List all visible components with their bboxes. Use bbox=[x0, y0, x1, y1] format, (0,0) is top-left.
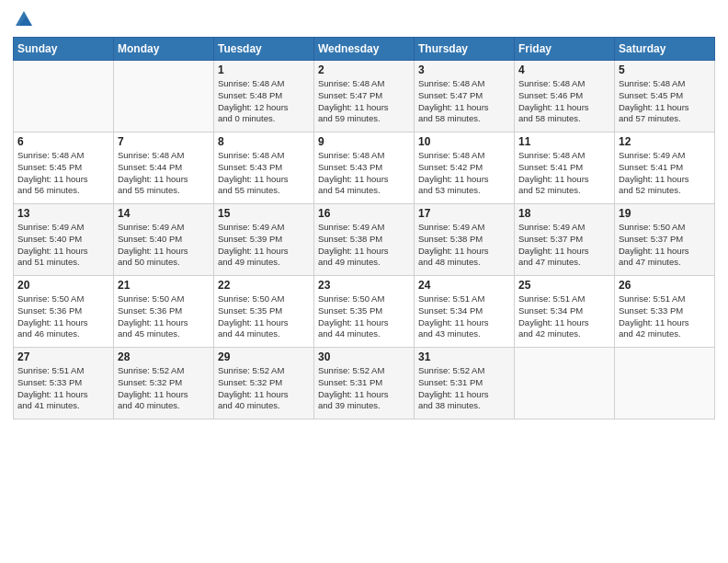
week-row-4: 20Sunrise: 5:50 AM Sunset: 5:36 PM Dayli… bbox=[14, 276, 715, 348]
calendar-cell: 13Sunrise: 5:49 AM Sunset: 5:40 PM Dayli… bbox=[14, 204, 114, 276]
day-number: 1 bbox=[218, 63, 310, 76]
calendar-cell: 1Sunrise: 5:48 AM Sunset: 5:48 PM Daylig… bbox=[214, 61, 314, 132]
day-number: 8 bbox=[218, 135, 310, 148]
week-row-1: 1Sunrise: 5:48 AM Sunset: 5:48 PM Daylig… bbox=[14, 61, 715, 132]
day-info: Sunrise: 5:48 AM Sunset: 5:44 PM Dayligh… bbox=[118, 150, 210, 197]
col-header-tuesday: Tuesday bbox=[214, 38, 314, 61]
day-number: 24 bbox=[418, 279, 510, 292]
day-info: Sunrise: 5:49 AM Sunset: 5:40 PM Dayligh… bbox=[118, 222, 210, 269]
calendar-cell: 15Sunrise: 5:49 AM Sunset: 5:39 PM Dayli… bbox=[214, 204, 314, 276]
col-header-thursday: Thursday bbox=[415, 38, 515, 61]
day-info: Sunrise: 5:49 AM Sunset: 5:38 PM Dayligh… bbox=[418, 222, 510, 269]
day-number: 11 bbox=[518, 135, 610, 148]
day-info: Sunrise: 5:52 AM Sunset: 5:32 PM Dayligh… bbox=[118, 365, 210, 412]
day-number: 18 bbox=[518, 207, 610, 220]
day-number: 19 bbox=[619, 207, 711, 220]
calendar-cell: 14Sunrise: 5:49 AM Sunset: 5:40 PM Dayli… bbox=[114, 204, 214, 276]
day-info: Sunrise: 5:48 AM Sunset: 5:43 PM Dayligh… bbox=[218, 150, 310, 197]
day-info: Sunrise: 5:49 AM Sunset: 5:39 PM Dayligh… bbox=[218, 222, 310, 269]
col-header-wednesday: Wednesday bbox=[314, 38, 415, 61]
calendar-cell: 28Sunrise: 5:52 AM Sunset: 5:32 PM Dayli… bbox=[114, 348, 214, 419]
day-number: 20 bbox=[17, 279, 109, 292]
calendar-cell: 27Sunrise: 5:51 AM Sunset: 5:33 PM Dayli… bbox=[14, 348, 114, 419]
day-number: 3 bbox=[418, 63, 510, 76]
day-number: 22 bbox=[218, 279, 310, 292]
calendar-cell: 7Sunrise: 5:48 AM Sunset: 5:44 PM Daylig… bbox=[114, 132, 214, 204]
header bbox=[13, 9, 715, 29]
day-info: Sunrise: 5:50 AM Sunset: 5:36 PM Dayligh… bbox=[118, 293, 210, 340]
day-number: 10 bbox=[418, 135, 510, 148]
calendar-cell: 31Sunrise: 5:52 AM Sunset: 5:31 PM Dayli… bbox=[415, 348, 515, 419]
day-number: 7 bbox=[118, 135, 210, 148]
day-info: Sunrise: 5:48 AM Sunset: 5:47 PM Dayligh… bbox=[418, 78, 510, 125]
day-info: Sunrise: 5:48 AM Sunset: 5:41 PM Dayligh… bbox=[518, 150, 610, 197]
day-number: 31 bbox=[418, 350, 510, 363]
day-info: Sunrise: 5:52 AM Sunset: 5:31 PM Dayligh… bbox=[418, 365, 510, 412]
day-info: Sunrise: 5:49 AM Sunset: 5:38 PM Dayligh… bbox=[318, 222, 410, 269]
col-header-friday: Friday bbox=[515, 38, 615, 61]
day-info: Sunrise: 5:51 AM Sunset: 5:34 PM Dayligh… bbox=[518, 293, 610, 340]
day-info: Sunrise: 5:48 AM Sunset: 5:47 PM Dayligh… bbox=[318, 78, 410, 125]
day-info: Sunrise: 5:52 AM Sunset: 5:31 PM Dayligh… bbox=[318, 365, 410, 412]
calendar-cell: 4Sunrise: 5:48 AM Sunset: 5:46 PM Daylig… bbox=[515, 61, 615, 132]
calendar-cell: 12Sunrise: 5:49 AM Sunset: 5:41 PM Dayli… bbox=[615, 132, 715, 204]
col-header-monday: Monday bbox=[114, 38, 214, 61]
day-number: 9 bbox=[318, 135, 410, 148]
calendar-cell: 8Sunrise: 5:48 AM Sunset: 5:43 PM Daylig… bbox=[214, 132, 314, 204]
calendar-cell: 5Sunrise: 5:48 AM Sunset: 5:45 PM Daylig… bbox=[615, 61, 715, 132]
day-info: Sunrise: 5:48 AM Sunset: 5:43 PM Dayligh… bbox=[318, 150, 410, 197]
week-row-5: 27Sunrise: 5:51 AM Sunset: 5:33 PM Dayli… bbox=[14, 348, 715, 419]
calendar-cell: 23Sunrise: 5:50 AM Sunset: 5:35 PM Dayli… bbox=[314, 276, 415, 348]
calendar-cell: 21Sunrise: 5:50 AM Sunset: 5:36 PM Dayli… bbox=[114, 276, 214, 348]
day-number: 30 bbox=[318, 350, 410, 363]
day-info: Sunrise: 5:50 AM Sunset: 5:35 PM Dayligh… bbox=[218, 293, 310, 340]
day-number: 6 bbox=[17, 135, 109, 148]
day-number: 15 bbox=[218, 207, 310, 220]
col-header-sunday: Sunday bbox=[14, 38, 114, 61]
day-info: Sunrise: 5:49 AM Sunset: 5:41 PM Dayligh… bbox=[619, 150, 711, 197]
day-number: 28 bbox=[118, 350, 210, 363]
day-number: 14 bbox=[118, 207, 210, 220]
day-info: Sunrise: 5:51 AM Sunset: 5:33 PM Dayligh… bbox=[17, 365, 109, 412]
day-number: 2 bbox=[318, 63, 410, 76]
calendar-cell: 22Sunrise: 5:50 AM Sunset: 5:35 PM Dayli… bbox=[214, 276, 314, 348]
day-number: 29 bbox=[218, 350, 310, 363]
day-info: Sunrise: 5:50 AM Sunset: 5:35 PM Dayligh… bbox=[318, 293, 410, 340]
day-info: Sunrise: 5:52 AM Sunset: 5:32 PM Dayligh… bbox=[218, 365, 310, 412]
day-number: 12 bbox=[619, 135, 711, 148]
day-number: 16 bbox=[318, 207, 410, 220]
logo-icon bbox=[14, 9, 34, 29]
day-info: Sunrise: 5:48 AM Sunset: 5:42 PM Dayligh… bbox=[418, 150, 510, 197]
calendar-cell: 11Sunrise: 5:48 AM Sunset: 5:41 PM Dayli… bbox=[515, 132, 615, 204]
calendar-cell: 29Sunrise: 5:52 AM Sunset: 5:32 PM Dayli… bbox=[214, 348, 314, 419]
day-info: Sunrise: 5:48 AM Sunset: 5:45 PM Dayligh… bbox=[619, 78, 711, 125]
calendar-cell: 10Sunrise: 5:48 AM Sunset: 5:42 PM Dayli… bbox=[415, 132, 515, 204]
calendar-cell: 19Sunrise: 5:50 AM Sunset: 5:37 PM Dayli… bbox=[615, 204, 715, 276]
calendar-cell: 9Sunrise: 5:48 AM Sunset: 5:43 PM Daylig… bbox=[314, 132, 415, 204]
day-number: 23 bbox=[318, 279, 410, 292]
page: SundayMondayTuesdayWednesdayThursdayFrid… bbox=[0, 0, 728, 563]
day-info: Sunrise: 5:49 AM Sunset: 5:37 PM Dayligh… bbox=[518, 222, 610, 269]
week-row-3: 13Sunrise: 5:49 AM Sunset: 5:40 PM Dayli… bbox=[14, 204, 715, 276]
col-header-saturday: Saturday bbox=[615, 38, 715, 61]
calendar-cell: 30Sunrise: 5:52 AM Sunset: 5:31 PM Dayli… bbox=[314, 348, 415, 419]
calendar-cell: 25Sunrise: 5:51 AM Sunset: 5:34 PM Dayli… bbox=[515, 276, 615, 348]
calendar-cell: 17Sunrise: 5:49 AM Sunset: 5:38 PM Dayli… bbox=[415, 204, 515, 276]
logo bbox=[13, 9, 34, 29]
day-info: Sunrise: 5:50 AM Sunset: 5:37 PM Dayligh… bbox=[619, 222, 711, 269]
calendar-cell bbox=[515, 348, 615, 419]
day-number: 25 bbox=[518, 279, 610, 292]
day-number: 4 bbox=[518, 63, 610, 76]
day-info: Sunrise: 5:49 AM Sunset: 5:40 PM Dayligh… bbox=[17, 222, 109, 269]
day-number: 17 bbox=[418, 207, 510, 220]
day-info: Sunrise: 5:50 AM Sunset: 5:36 PM Dayligh… bbox=[17, 293, 109, 340]
calendar-cell: 3Sunrise: 5:48 AM Sunset: 5:47 PM Daylig… bbox=[415, 61, 515, 132]
calendar-cell bbox=[14, 61, 114, 132]
calendar-table: SundayMondayTuesdayWednesdayThursdayFrid… bbox=[13, 37, 715, 419]
day-number: 5 bbox=[619, 63, 711, 76]
calendar-cell bbox=[114, 61, 214, 132]
day-number: 26 bbox=[619, 279, 711, 292]
header-row: SundayMondayTuesdayWednesdayThursdayFrid… bbox=[14, 38, 715, 61]
day-info: Sunrise: 5:48 AM Sunset: 5:45 PM Dayligh… bbox=[17, 150, 109, 197]
calendar-cell: 2Sunrise: 5:48 AM Sunset: 5:47 PM Daylig… bbox=[314, 61, 415, 132]
